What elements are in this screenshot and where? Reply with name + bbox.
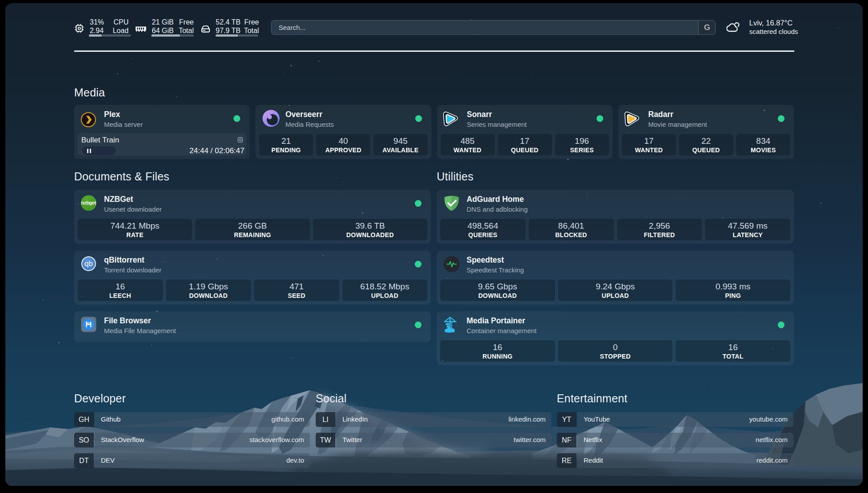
svg-text:nzbget: nzbget	[81, 200, 96, 205]
svg-text:qb: qb	[84, 259, 93, 268]
